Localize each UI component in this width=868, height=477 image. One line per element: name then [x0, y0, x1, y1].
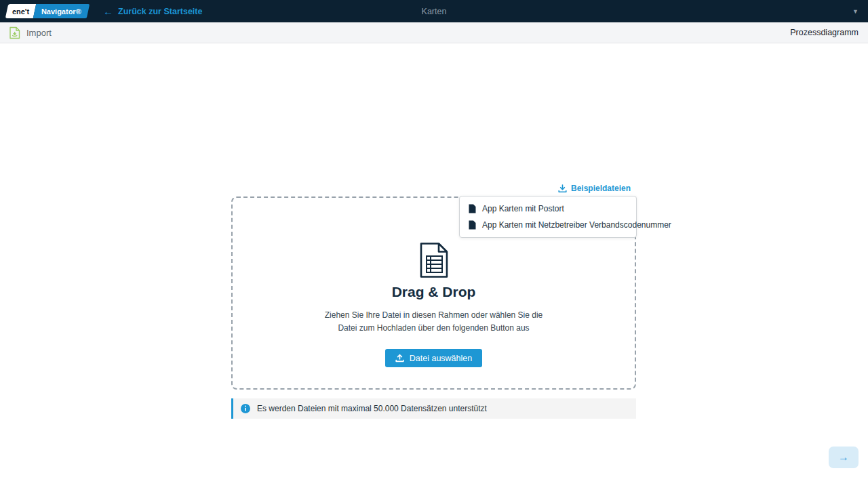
sample-files-row: Beispieldateien [231, 184, 636, 193]
back-to-home-link[interactable]: ← Zurück zur Startseite [103, 6, 202, 16]
file-icon [469, 220, 476, 230]
menu-item-label: App Karten mit Netzbetreiber Verbandscod… [482, 220, 671, 230]
menu-item-label: App Karten mit Postort [482, 204, 564, 213]
dropzone-title: Drag & Drop [392, 284, 476, 300]
file-import-icon [9, 26, 20, 39]
dropzone-description: Ziehen Sie Ihre Datei in diesen Rahmen o… [322, 309, 546, 334]
menu-item-postort[interactable]: App Karten mit Postort [460, 201, 636, 217]
info-bar: Es werden Dateien mit maximal 50.000 Dat… [231, 398, 636, 419]
logo-product: Navigator® [33, 4, 90, 18]
file-icon [469, 204, 476, 213]
menu-item-netzbetreiber[interactable]: App Karten mit Netzbetreiber Verbandscod… [460, 217, 636, 233]
logo-brand-text: ene't [12, 7, 29, 16]
import-label: Import [26, 28, 52, 38]
download-icon [558, 184, 567, 193]
app-logo: ene't Navigator® [5, 4, 90, 18]
back-arrow-icon: ← [103, 6, 113, 16]
logo-product-text: Navigator® [41, 7, 81, 16]
sample-files-menu: App Karten mit Postort App Karten mit Ne… [459, 196, 637, 238]
upload-icon [395, 354, 404, 362]
choose-file-button-label: Datei auswählen [410, 354, 472, 363]
choose-file-button[interactable]: Datei auswählen [385, 349, 482, 367]
spreadsheet-file-icon [418, 242, 450, 278]
app-header: ene't Navigator® ← Zurück zur Startseite… [0, 0, 868, 22]
chevron-down-icon[interactable]: ▼ [852, 8, 859, 15]
import-toolbar: Import Prozessdiagramm [0, 22, 868, 43]
logo-brand: ene't [5, 4, 37, 18]
main-content: Beispieldateien Drag & Drop Ziehen Sie I… [0, 43, 868, 477]
info-icon [241, 404, 250, 413]
info-note-text: Es werden Dateien mit maximal 50.000 Dat… [257, 404, 487, 413]
back-link-label: Zurück zur Startseite [118, 7, 202, 16]
sample-files-link-label: Beispieldateien [571, 184, 631, 193]
arrow-right-icon: → [838, 452, 849, 463]
process-diagram-link[interactable]: Prozessdiagramm [790, 28, 859, 37]
next-step-button[interactable]: → [829, 447, 859, 468]
import-section-header: Import [9, 26, 52, 39]
sample-files-link[interactable]: Beispieldateien [558, 184, 636, 193]
